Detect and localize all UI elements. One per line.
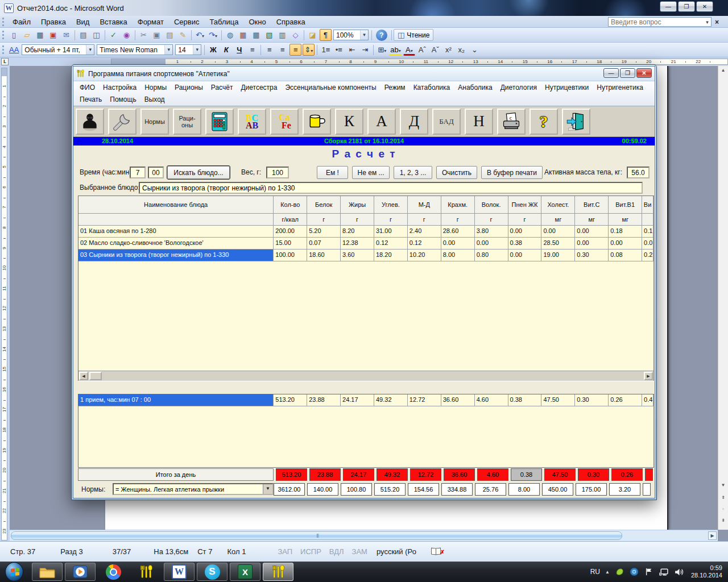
- insert-excel-icon[interactable]: ▧: [263, 29, 275, 41]
- tray-expand-icon[interactable]: ▲: [605, 569, 610, 575]
- scroll-right-icon[interactable]: ▶: [708, 531, 717, 540]
- clear-button[interactable]: Очистить: [436, 166, 477, 179]
- ask-question-input[interactable]: [609, 18, 704, 26]
- print-buffer-button[interactable]: В буфер печати: [481, 166, 543, 179]
- app-menu-menu_row2-item-1[interactable]: Помощь: [106, 95, 140, 103]
- taskbar-chrome-button[interactable]: [98, 563, 129, 581]
- subscript-icon[interactable]: x₂: [456, 44, 468, 56]
- column-header-0[interactable]: Кол-во: [274, 196, 307, 213]
- table-row[interactable]: 03 Сырники из творога (творог нежирный) …: [78, 250, 653, 261]
- user-button[interactable]: [76, 109, 104, 135]
- app-menu-menu_row1-item-6[interactable]: Эссенциальные компоненты: [281, 84, 380, 92]
- body-mass-input[interactable]: [627, 167, 650, 178]
- app-restore-button[interactable]: ❐: [620, 68, 635, 78]
- column-header-7[interactable]: Пнен ЖК: [508, 196, 542, 213]
- align-justify-icon[interactable]: ≡: [289, 44, 301, 56]
- previous-page-icon[interactable]: ⇞: [719, 493, 727, 502]
- font-color-icon[interactable]: А▾: [403, 44, 415, 56]
- app-menu-menu_row1-item-0[interactable]: ФИО: [76, 84, 99, 92]
- taskbar-word-button[interactable]: W: [164, 563, 195, 581]
- shrink-font-icon[interactable]: Аˇ: [429, 44, 441, 56]
- scrollbar-thumb[interactable]: ⦀: [11, 531, 622, 540]
- format-painter-icon[interactable]: ✎: [177, 29, 189, 41]
- tables-borders-icon[interactable]: ▦: [237, 29, 249, 41]
- column-header-3[interactable]: Углев.: [374, 196, 408, 213]
- bulleted-list-icon[interactable]: •≡: [333, 44, 345, 56]
- word-menu-item-1[interactable]: Правка: [36, 18, 71, 26]
- styles-icon[interactable]: АА: [8, 44, 20, 56]
- chevron-down-icon[interactable]: ▾: [399, 48, 401, 53]
- eat-button[interactable]: Ем !: [317, 166, 348, 179]
- spelling-icon[interactable]: ✓: [107, 29, 119, 41]
- borders-icon[interactable]: ⊞▾: [376, 44, 388, 56]
- nutrition-button[interactable]: Н: [465, 109, 493, 135]
- chevron-down-icon[interactable]: ▾: [164, 45, 172, 55]
- scroll-down-icon[interactable]: ▼: [719, 481, 727, 490]
- grow-font-icon[interactable]: Аˆ: [416, 44, 428, 56]
- app-menu-menu_row1-item-2[interactable]: Нормы: [140, 84, 171, 92]
- bold-icon[interactable]: Ж: [207, 44, 219, 56]
- dish-table-hscrollbar[interactable]: ◀▶: [78, 371, 653, 381]
- not-eat-button[interactable]: Не ем ...: [352, 166, 390, 179]
- app-menu-menu_row1-item-5[interactable]: Диетсестра: [237, 84, 281, 92]
- decrease-indent-icon[interactable]: ⇤: [346, 44, 358, 56]
- drawing-icon[interactable]: ◇: [289, 29, 301, 41]
- document-map-icon[interactable]: ◪: [307, 29, 318, 41]
- dish-name-0[interactable]: 01 Каша овсяная по 1-280: [78, 226, 274, 237]
- copy-icon[interactable]: ▣: [151, 29, 163, 41]
- help-icon[interactable]: ?: [376, 30, 387, 41]
- word-menu-item-2[interactable]: Вид: [71, 18, 95, 26]
- taskbar-atletika-button[interactable]: [131, 563, 162, 581]
- print-button[interactable]: c: [497, 109, 526, 135]
- battery-status-icon[interactable]: [615, 567, 624, 577]
- word-menu-item-5[interactable]: Сервис: [169, 18, 205, 26]
- dish-name-1[interactable]: 02 Масло сладко-сливочное 'Вологодское': [78, 238, 274, 249]
- selected-dish-field[interactable]: Сырники из творога (творог нежирный) по …: [139, 182, 643, 194]
- style-combo[interactable]: Обычный + 14 пт,▾: [22, 44, 94, 55]
- increase-indent-icon[interactable]: ⇥: [359, 44, 371, 56]
- app-menu-menu_row1-item-10[interactable]: Диетология: [497, 84, 541, 92]
- column-header-2[interactable]: Жиры: [341, 196, 374, 213]
- scroll-up-icon[interactable]: ▲: [719, 66, 727, 75]
- meal-row[interactable]: 1 прием, час:мин 07 : 00513.2023.8824.17…: [78, 394, 653, 406]
- app-minimize-button[interactable]: —: [603, 68, 619, 78]
- meal-table[interactable]: 1 прием, час:мин 07 : 00513.2023.8824.17…: [78, 394, 654, 468]
- word-titlebar[interactable]: W Отчет2014.doc - Microsoft Word — ❐ ✕: [0, 0, 728, 16]
- update-status-icon[interactable]: [630, 567, 639, 577]
- word-vertical-scrollbar[interactable]: ▲ ▼ ⇞ ◦ ⇟: [718, 66, 728, 530]
- weight-input[interactable]: [266, 167, 289, 178]
- word-horizontal-scrollbar[interactable]: ⦀ ▶: [10, 530, 718, 541]
- toolbar-options-icon[interactable]: ⌄: [469, 44, 481, 56]
- drinks-button[interactable]: [303, 109, 331, 135]
- hyperlink-icon[interactable]: ◍: [224, 29, 236, 41]
- chevron-down-icon[interactable]: ▾: [384, 48, 386, 53]
- one-two-three-button[interactable]: 1, 2, 3 ...: [394, 166, 432, 179]
- tab-selector[interactable]: L: [1, 58, 9, 65]
- calculator-button[interactable]: [205, 109, 234, 135]
- line-spacing-icon[interactable]: ⇕▾: [303, 44, 315, 56]
- chevron-down-icon[interactable]: ▾: [411, 48, 413, 53]
- meal-name[interactable]: 1 прием, час:мин 07 : 00: [78, 394, 274, 406]
- ask-question-box[interactable]: ▾: [608, 17, 712, 27]
- column-header-11[interactable]: Ви: [642, 196, 653, 213]
- norms-button[interactable]: Нормы: [140, 109, 169, 135]
- app-titlebar[interactable]: Программа питания спортсменов "Атлетика"…: [73, 66, 655, 81]
- table-row[interactable]: 02 Масло сладко-сливочное 'Вологодское'1…: [78, 238, 653, 250]
- research-icon[interactable]: ◉: [121, 29, 133, 41]
- next-page-icon[interactable]: ⇟: [719, 516, 727, 525]
- scroll-left-icon[interactable]: ◀: [79, 372, 88, 380]
- columns-icon[interactable]: ▥: [276, 29, 288, 41]
- column-header-name[interactable]: Наименование блюда: [78, 196, 274, 213]
- dietology-button[interactable]: Д: [400, 109, 428, 135]
- word-menu-item-8[interactable]: Справка: [271, 18, 311, 26]
- new-document-icon[interactable]: ▯: [8, 29, 20, 41]
- toolbar-grip[interactable]: [2, 31, 5, 39]
- column-header-5[interactable]: Крахм.: [441, 196, 475, 213]
- minerals-button[interactable]: CaFe: [270, 109, 299, 135]
- scroll-right-icon[interactable]: ▶: [644, 372, 653, 380]
- underline-icon[interactable]: Ч: [233, 44, 245, 56]
- help-button[interactable]: ?: [530, 109, 558, 135]
- numbered-list-icon[interactable]: 1≡: [320, 44, 332, 56]
- font-combo[interactable]: Times New Roman▾: [97, 44, 173, 55]
- word-restore-button[interactable]: ❐: [678, 1, 695, 12]
